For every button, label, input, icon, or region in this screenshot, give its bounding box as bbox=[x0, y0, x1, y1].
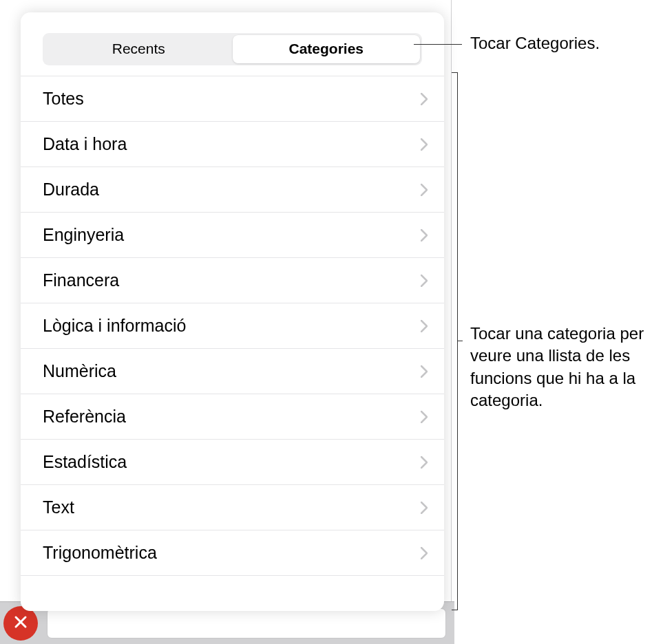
category-label: Numèrica bbox=[43, 361, 116, 381]
tab-recents[interactable]: Recents bbox=[45, 35, 233, 63]
chevron-right-icon bbox=[421, 138, 428, 151]
category-label: Totes bbox=[43, 89, 84, 109]
close-button[interactable] bbox=[3, 606, 38, 641]
list-item[interactable]: Enginyeria bbox=[21, 213, 444, 258]
close-icon bbox=[13, 614, 28, 632]
list-item[interactable]: Numèrica bbox=[21, 349, 444, 394]
category-label: Financera bbox=[43, 270, 119, 290]
list-item[interactable]: Trigonomètrica bbox=[21, 530, 444, 576]
chevron-right-icon bbox=[421, 456, 428, 469]
list-item[interactable]: Durada bbox=[21, 167, 444, 213]
categories-list: Totes Data i hora Durada Enginyeria Fina… bbox=[21, 76, 444, 576]
functions-popover: Recents Categories Totes Data i hora Dur… bbox=[21, 12, 444, 611]
chevron-right-icon bbox=[421, 229, 428, 242]
callout-bracket bbox=[454, 72, 463, 610]
chevron-right-icon bbox=[421, 502, 428, 514]
list-item[interactable]: Referència bbox=[21, 394, 444, 440]
list-item[interactable]: Financera bbox=[21, 258, 444, 303]
chevron-right-icon bbox=[421, 320, 428, 332]
category-label: Trigonomètrica bbox=[43, 543, 157, 563]
formula-input[interactable] bbox=[47, 608, 446, 638]
list-item[interactable]: Text bbox=[21, 485, 444, 530]
category-label: Lògica i informació bbox=[43, 316, 186, 336]
list-item[interactable]: Totes bbox=[21, 76, 444, 122]
chevron-right-icon bbox=[421, 93, 428, 105]
chevron-right-icon bbox=[421, 365, 428, 378]
callout-leader-line bbox=[414, 44, 462, 45]
panel-right-border bbox=[451, 0, 452, 644]
tab-categories-label: Categories bbox=[288, 41, 364, 56]
chevron-right-icon bbox=[421, 411, 428, 423]
list-item[interactable]: Lògica i informació bbox=[21, 303, 444, 349]
category-label: Data i hora bbox=[43, 134, 127, 154]
category-label: Enginyeria bbox=[43, 225, 124, 245]
category-label: Text bbox=[43, 497, 74, 517]
callout-tap-categories: Tocar Categories. bbox=[470, 32, 600, 54]
category-label: Durada bbox=[43, 180, 99, 200]
chevron-right-icon bbox=[421, 547, 428, 559]
tabs-segmented-control: Recents Categories bbox=[43, 33, 422, 65]
category-label: Referència bbox=[43, 407, 126, 427]
list-item[interactable]: Estadística bbox=[21, 440, 444, 485]
category-label: Estadística bbox=[43, 452, 127, 472]
list-item[interactable]: Data i hora bbox=[21, 122, 444, 167]
chevron-right-icon bbox=[421, 275, 428, 287]
chevron-right-icon bbox=[421, 184, 428, 196]
tab-recents-label: Recents bbox=[112, 41, 165, 56]
callout-tap-category: Tocar una categoria per veure una llista… bbox=[470, 323, 656, 412]
tab-categories[interactable]: Categories bbox=[233, 35, 421, 63]
